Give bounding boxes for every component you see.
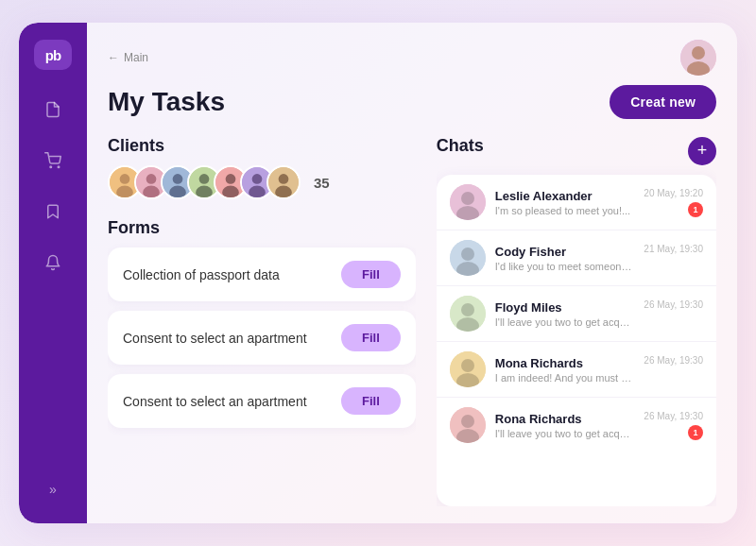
app-logo: pb xyxy=(34,40,72,70)
chat-name-2: Floyd Miles xyxy=(495,300,635,315)
chat-avatar-1 xyxy=(450,240,486,276)
svg-point-13 xyxy=(169,186,186,199)
forms-list: Collection of passport data Fill Consent… xyxy=(108,247,416,428)
chat-badge-4: 1 xyxy=(688,425,703,440)
chats-title: Chats xyxy=(437,136,484,156)
forms-title: Forms xyxy=(108,218,416,238)
chat-preview-1: I'd like you to meet someone!... xyxy=(495,261,635,272)
svg-point-18 xyxy=(226,174,236,184)
fill-button-2[interactable]: Fill xyxy=(341,387,401,415)
chat-info-2: Floyd Miles I'll leave you two to get ac… xyxy=(495,300,635,328)
sidebar-nav xyxy=(36,93,70,472)
svg-point-1 xyxy=(58,166,60,168)
fill-button-1[interactable]: Fill xyxy=(341,324,401,351)
main-content: ← Main My Tasks Creat new xyxy=(87,23,737,523)
sidebar-icon-bell[interactable] xyxy=(36,246,70,280)
svg-point-21 xyxy=(252,174,263,184)
clients-title: Clients xyxy=(108,136,416,156)
sidebar-expand-button[interactable]: » xyxy=(36,472,70,506)
sidebar-icon-document[interactable] xyxy=(36,93,70,127)
svg-point-33 xyxy=(461,303,474,316)
chat-preview-0: I'm so pleased to meet you!... xyxy=(495,205,635,216)
breadcrumb-label: Main xyxy=(124,51,148,64)
chat-avatar-0 xyxy=(450,184,486,220)
breadcrumb: ← Main xyxy=(108,51,148,64)
chat-name-1: Cody Fisher xyxy=(495,245,635,259)
chat-meta-0: 20 May, 19:20 1 xyxy=(644,188,703,217)
chat-item-3[interactable]: Mona Richards I am indeed! And you must … xyxy=(437,342,716,398)
chat-meta-1: 21 May, 19:30 xyxy=(644,244,703,273)
chat-info-1: Cody Fisher I'd like you to meet someone… xyxy=(495,245,635,272)
svg-point-7 xyxy=(116,186,133,199)
form-card-2: Consent to select an apartment Fill xyxy=(108,374,416,428)
svg-point-3 xyxy=(692,46,705,60)
clients-section: Clients xyxy=(108,136,416,218)
chat-meta-3: 26 May, 19:30 xyxy=(644,355,703,384)
chat-time-3: 26 May, 19:30 xyxy=(644,355,703,366)
chat-meta-4: 26 May, 19:30 1 xyxy=(644,411,703,440)
header: ← Main xyxy=(108,40,716,76)
chat-preview-2: I'll leave you two to get acquainted... xyxy=(495,316,635,328)
sidebar-icon-bookmark[interactable] xyxy=(36,195,70,229)
svg-point-12 xyxy=(173,174,183,184)
chat-info-4: Rona Richards I'll leave you two to get … xyxy=(495,412,635,439)
clients-count: 35 xyxy=(314,175,330,191)
chats-header: Chats + xyxy=(437,136,716,165)
app-container: pb » ← Main xyxy=(19,23,737,523)
svg-point-16 xyxy=(196,186,213,199)
chat-preview-4: I'll leave you two to get acquainted... xyxy=(495,428,635,439)
chat-info-3: Mona Richards I am indeed! And you must … xyxy=(495,356,635,384)
sidebar-icon-cart[interactable] xyxy=(36,144,70,178)
svg-point-30 xyxy=(461,247,474,261)
svg-point-6 xyxy=(120,174,130,184)
chat-name-3: Mona Richards xyxy=(495,356,635,370)
chat-time-0: 20 May, 19:20 xyxy=(644,188,703,198)
create-new-button[interactable]: Creat new xyxy=(610,85,716,119)
right-column: Chats + Leslie Alexander I'm so pleased … xyxy=(437,136,716,506)
page-title-row: My Tasks Creat new xyxy=(108,85,716,119)
form-title-2: Consent to select an apartment xyxy=(123,394,307,409)
svg-point-22 xyxy=(249,186,266,199)
user-avatar[interactable] xyxy=(680,40,716,76)
svg-point-15 xyxy=(199,174,210,184)
svg-point-19 xyxy=(222,186,239,199)
two-column-layout: Clients xyxy=(108,136,716,506)
chat-avatar-2 xyxy=(450,296,486,332)
chat-item-2[interactable]: Floyd Miles I'll leave you two to get ac… xyxy=(437,286,716,342)
breadcrumb-arrow: ← xyxy=(108,51,119,64)
svg-point-36 xyxy=(461,359,474,372)
chat-time-4: 26 May, 19:30 xyxy=(644,411,703,421)
svg-point-25 xyxy=(275,186,292,199)
svg-point-10 xyxy=(143,186,160,199)
chats-list: Leslie Alexander I'm so pleased to meet … xyxy=(437,175,716,506)
chat-time-1: 21 May, 19:30 xyxy=(644,244,703,254)
chat-avatar-3 xyxy=(450,351,486,387)
header-right xyxy=(680,40,716,76)
chat-name-0: Leslie Alexander xyxy=(495,189,635,203)
chat-meta-2: 26 May, 19:30 xyxy=(644,299,703,329)
client-avatar-7 xyxy=(266,165,301,199)
form-card-1: Consent to select an apartment Fill xyxy=(108,311,416,365)
svg-point-24 xyxy=(279,174,289,184)
fill-button-0[interactable]: Fill xyxy=(341,261,401,288)
clients-avatars: 35 xyxy=(108,165,416,199)
chat-badge-0: 1 xyxy=(688,202,703,217)
chat-item-1[interactable]: Cody Fisher I'd like you to meet someone… xyxy=(437,230,716,286)
chat-preview-3: I am indeed! And you must be... xyxy=(495,372,635,384)
svg-point-39 xyxy=(461,415,474,428)
add-chat-button[interactable]: + xyxy=(688,137,716,165)
form-card-0: Collection of passport data Fill xyxy=(108,247,416,301)
form-title-0: Collection of passport data xyxy=(123,267,280,282)
svg-point-0 xyxy=(50,166,52,168)
chat-name-4: Rona Richards xyxy=(495,412,635,426)
chat-info-0: Leslie Alexander I'm so pleased to meet … xyxy=(495,189,635,216)
chat-time-2: 26 May, 19:30 xyxy=(644,299,703,310)
forms-section: Forms Collection of passport data Fill C… xyxy=(108,218,416,506)
svg-point-27 xyxy=(461,192,474,205)
svg-point-9 xyxy=(146,174,157,184)
chat-avatar-4 xyxy=(450,407,486,443)
form-title-1: Consent to select an apartment xyxy=(123,331,307,346)
page-title: My Tasks xyxy=(108,87,225,117)
chat-item-0[interactable]: Leslie Alexander I'm so pleased to meet … xyxy=(437,175,716,230)
chat-item-4[interactable]: Rona Richards I'll leave you two to get … xyxy=(437,398,716,452)
